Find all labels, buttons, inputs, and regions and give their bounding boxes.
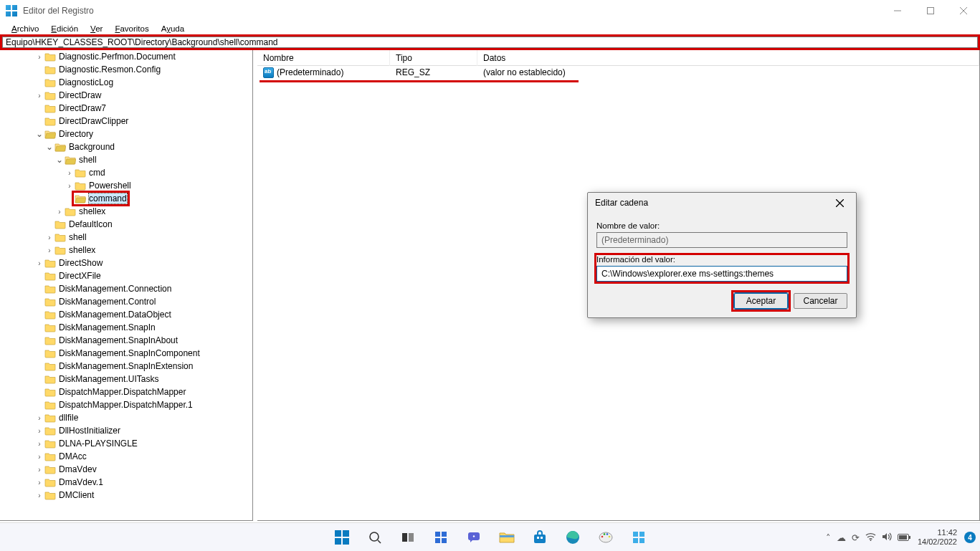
tree-item[interactable]: › Diagnostic.Perfmon.Document: [0, 50, 252, 63]
menu-file[interactable]: Archivo: [6, 24, 44, 34]
tree-item[interactable]: ⌄ Directory: [0, 128, 252, 140]
chevron-right-icon[interactable]: ›: [34, 440, 44, 448]
menu-edit[interactable]: Edición: [45, 24, 84, 34]
chevron-right-icon[interactable]: ›: [34, 479, 44, 487]
tree-item[interactable]: DiskManagement.SnapInComponent: [0, 347, 252, 360]
tree-item[interactable]: DispatchMapper.DispatchMapper.1: [0, 398, 252, 411]
tree-item-label: shell: [69, 232, 87, 242]
tree-item-label: DiskManagement.DataObject: [59, 310, 171, 320]
paint-icon[interactable]: [591, 523, 620, 552]
chevron-right-icon[interactable]: ›: [34, 414, 44, 422]
chevron-down-icon[interactable]: ⌄: [54, 157, 65, 163]
update-icon[interactable]: ⟳: [852, 532, 860, 543]
value-data-input[interactable]: [596, 266, 847, 282]
chevron-right-icon[interactable]: ›: [34, 466, 44, 474]
explorer-icon[interactable]: [493, 523, 521, 552]
tree-item[interactable]: › DLNA-PLAYSINGLE: [0, 437, 252, 450]
chevron-down-icon[interactable]: ⌄: [34, 131, 44, 137]
regedit-taskbar-icon[interactable]: [624, 523, 653, 552]
chevron-right-icon[interactable]: ›: [65, 169, 75, 177]
tree-item[interactable]: › Powershell: [0, 179, 252, 192]
taskbar-clock[interactable]: 11:42 14/02/2022: [918, 528, 957, 546]
tree-item[interactable]: Diagnostic.Resmon.Config: [0, 63, 252, 76]
menu-favorites[interactable]: Favoritos: [109, 24, 154, 34]
chevron-right-icon[interactable]: ›: [34, 427, 44, 435]
ok-button[interactable]: Aceptar: [734, 293, 788, 309]
tree-item[interactable]: ⌄ Background: [0, 140, 252, 153]
values-header: Nombre Tipo Datos: [257, 50, 979, 66]
tree-item[interactable]: › DllHostInitializer: [0, 424, 252, 437]
value-name-input[interactable]: [596, 232, 847, 248]
chevron-right-icon[interactable]: ›: [44, 234, 54, 241]
tree-item[interactable]: DiskManagement.DataObject: [0, 308, 252, 321]
chevron-right-icon[interactable]: ›: [34, 492, 44, 499]
wifi-icon[interactable]: [865, 532, 876, 543]
tree-item[interactable]: DirectDraw7: [0, 102, 252, 115]
tree-item[interactable]: DiskManagement.Control: [0, 295, 252, 308]
taskbar-center: [328, 523, 653, 552]
start-button[interactable]: [328, 523, 356, 552]
cancel-button[interactable]: Cancelar: [794, 293, 847, 309]
system-tray[interactable]: ˄ ☁ ⟳: [826, 532, 910, 543]
tree-item[interactable]: › shell: [0, 231, 252, 244]
tree-item[interactable]: DiskManagement.SnapInAbout: [0, 334, 252, 347]
tree-item[interactable]: command: [0, 192, 252, 205]
col-name[interactable]: Nombre: [257, 50, 390, 66]
tree-item[interactable]: › DirectShow: [0, 257, 252, 269]
tree-item[interactable]: DiskManagement.SnapIn: [0, 321, 252, 334]
onedrive-icon[interactable]: ☁: [837, 532, 846, 543]
tree-item[interactable]: DirectDrawClipper: [0, 115, 252, 128]
tree-item[interactable]: › shellex: [0, 244, 252, 257]
chevron-right-icon[interactable]: ›: [44, 246, 54, 254]
address-input[interactable]: [2, 37, 978, 48]
tree-item[interactable]: › shellex: [0, 205, 252, 218]
chat-icon[interactable]: [460, 523, 488, 552]
tree-item[interactable]: DiagnosticLog: [0, 76, 252, 89]
chevron-right-icon[interactable]: ›: [34, 259, 44, 267]
menu-view[interactable]: Ver: [85, 24, 108, 34]
chevron-right-icon[interactable]: ›: [54, 208, 65, 216]
tree-item[interactable]: › dllfile: [0, 411, 252, 424]
edge-icon[interactable]: [558, 523, 587, 552]
tree-item[interactable]: DiskManagement.UITasks: [0, 373, 252, 385]
tree-item[interactable]: › DmaVdev: [0, 463, 252, 476]
widgets-icon[interactable]: [427, 523, 455, 552]
tree-item[interactable]: DispatchMapper.DispatchMapper: [0, 385, 252, 398]
maximize-button[interactable]: [914, 0, 947, 21]
menu-help[interactable]: Ayuda: [156, 24, 190, 34]
chevron-down-icon[interactable]: ⌄: [44, 144, 54, 150]
tree-pane[interactable]: › Diagnostic.Perfmon.Document Diagnostic…: [0, 50, 253, 521]
chevron-right-icon[interactable]: ›: [34, 453, 44, 461]
tree-item[interactable]: ⌄ shell: [0, 153, 252, 166]
chevron-up-icon[interactable]: ˄: [826, 532, 831, 543]
folder-icon: [44, 413, 56, 423]
volume-icon[interactable]: [882, 532, 892, 543]
tree-item[interactable]: › DMClient: [0, 489, 252, 502]
battery-icon[interactable]: [898, 532, 910, 543]
task-view-icon[interactable]: [394, 523, 422, 552]
tree-item[interactable]: DefaultIcon: [0, 218, 252, 231]
store-icon[interactable]: [525, 523, 554, 552]
search-icon[interactable]: [361, 523, 389, 552]
chevron-right-icon[interactable]: ›: [34, 53, 44, 61]
chevron-right-icon[interactable]: ›: [65, 182, 75, 190]
chevron-right-icon[interactable]: ›: [34, 92, 44, 100]
tree-item[interactable]: › cmd: [0, 166, 252, 179]
tree-item[interactable]: DirectXFile: [0, 269, 252, 282]
minimize-button[interactable]: [881, 0, 914, 21]
reg-sz-icon: [263, 67, 274, 78]
tree-item[interactable]: › DMAcc: [0, 450, 252, 463]
tree-item[interactable]: › DmaVdev.1: [0, 476, 252, 489]
value-row[interactable]: (Predeterminado) REG_SZ (valor no establ…: [257, 66, 979, 79]
dialog-close-button[interactable]: [830, 193, 849, 212]
notification-badge[interactable]: 4: [964, 532, 976, 543]
tree-item[interactable]: DiskManagement.Connection: [0, 282, 252, 295]
col-data[interactable]: Datos: [477, 50, 979, 66]
blank-overlay: [279, 388, 558, 513]
values-pane[interactable]: Nombre Tipo Datos (Predeterminado) REG_S…: [257, 50, 980, 521]
svg-rect-24: [633, 532, 638, 537]
close-button[interactable]: [947, 0, 980, 21]
tree-item[interactable]: › DirectDraw: [0, 89, 252, 102]
tree-item[interactable]: DiskManagement.SnapInExtension: [0, 360, 252, 373]
col-type[interactable]: Tipo: [390, 50, 477, 66]
